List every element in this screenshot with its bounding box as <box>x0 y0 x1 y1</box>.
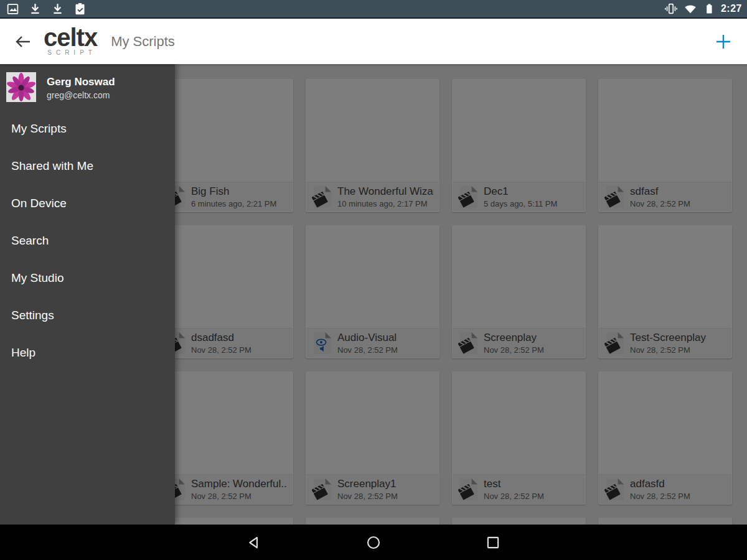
profile-email: greg@celtx.com <box>47 90 115 100</box>
drawer-menu-item[interactable]: Help <box>0 334 175 371</box>
profile-name: Gerg Noswad <box>47 74 115 90</box>
back-arrow-icon <box>13 32 32 51</box>
status-bar: 2:27 <box>0 0 747 19</box>
recents-icon <box>485 534 501 551</box>
drawer-item-label: My Scripts <box>11 122 67 136</box>
nav-recents-button[interactable] <box>484 533 502 552</box>
drawer-menu-item[interactable]: On Device <box>0 185 175 222</box>
drawer-menu-item[interactable]: My Studio <box>0 259 175 297</box>
status-notification-icons <box>6 2 664 16</box>
wifi-icon <box>684 2 697 16</box>
drawer-item-label: Help <box>11 346 35 360</box>
drawer-menu-item[interactable]: My Scripts <box>0 110 175 147</box>
celtx-logo-subtext: SCRIPT <box>44 50 97 56</box>
clipboard-check-icon <box>73 2 87 16</box>
nav-back-button[interactable] <box>245 533 263 552</box>
drawer-menu: My Scripts Shared with Me On Device Sear… <box>0 109 175 371</box>
nav-home-button[interactable] <box>364 533 383 552</box>
add-script-button[interactable] <box>711 29 736 54</box>
download-icon <box>29 2 42 16</box>
drawer-item-label: Search <box>11 234 49 248</box>
app-screen: 2:27 celtx SCRIPT My Scripts <box>0 0 747 560</box>
celtx-logo-text: celtx <box>44 27 97 48</box>
drawer-item-label: On Device <box>11 197 67 210</box>
back-icon <box>246 534 262 551</box>
celtx-logo: celtx SCRIPT <box>44 27 97 56</box>
clock: 2:27 <box>721 3 742 14</box>
screenshot-image-icon <box>6 2 19 16</box>
battery-icon <box>703 2 715 16</box>
home-icon <box>365 534 382 551</box>
navigation-drawer: Gerg Noswad greg@celtx.com My Scripts Sh… <box>0 64 175 525</box>
back-button[interactable] <box>10 29 35 54</box>
vibrate-icon <box>664 2 678 16</box>
drawer-menu-item[interactable]: Search <box>0 222 175 259</box>
status-system-icons: 2:27 <box>664 2 742 16</box>
avatar[interactable] <box>6 72 36 102</box>
drawer-item-label: Settings <box>11 309 54 322</box>
android-navbar <box>0 525 747 560</box>
drawer-item-label: My Studio <box>11 271 63 285</box>
toolbar: celtx SCRIPT My Scripts <box>0 19 747 64</box>
plus-icon <box>715 33 732 50</box>
profile-text: Gerg Noswad greg@celtx.com <box>47 74 115 100</box>
drawer-menu-item[interactable]: Settings <box>0 297 175 334</box>
drawer-menu-item[interactable]: Shared with Me <box>0 147 175 185</box>
drawer-item-label: Shared with Me <box>11 159 93 173</box>
download-icon <box>51 2 64 16</box>
profile-header: Gerg Noswad greg@celtx.com <box>0 64 175 109</box>
page-title: My Scripts <box>111 34 711 50</box>
